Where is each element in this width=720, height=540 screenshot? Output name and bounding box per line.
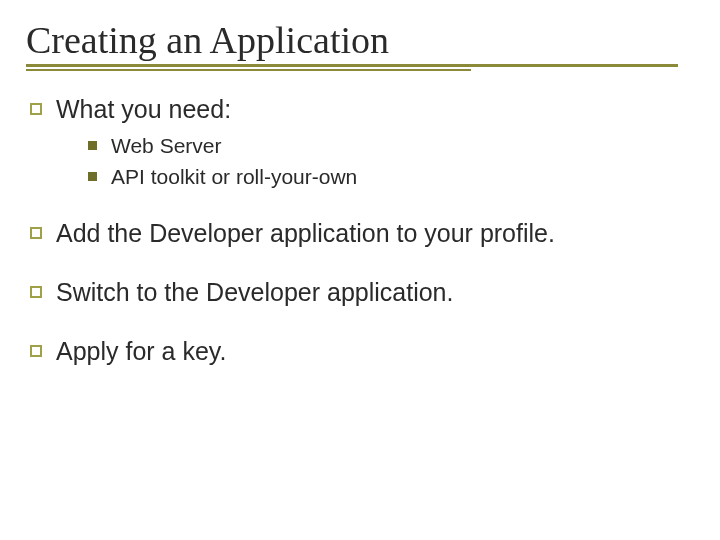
slide: Creating an Application What you need: W… — [0, 0, 720, 368]
bullet-text: What you need: — [56, 94, 231, 125]
page-title: Creating an Application — [26, 18, 694, 62]
list-item: Add the Developer application to your pr… — [30, 218, 694, 249]
list-item: What you need: Web Server API toolkit or… — [30, 94, 694, 190]
bullet-text: Add the Developer application to your pr… — [56, 218, 555, 249]
sub-bullet-text: Web Server — [111, 133, 222, 159]
list-item: Apply for a key. — [30, 336, 694, 367]
sub-list-item: API toolkit or roll-your-own — [88, 164, 694, 190]
content-area: What you need: Web Server API toolkit or… — [26, 94, 694, 368]
title-underline — [26, 64, 694, 70]
list-item: Switch to the Developer application. — [30, 277, 694, 308]
bullet-text: Apply for a key. — [56, 336, 226, 367]
solid-square-icon — [88, 172, 97, 181]
underline-short — [26, 69, 471, 71]
solid-square-icon — [88, 141, 97, 150]
sub-list: Web Server API toolkit or roll-your-own — [88, 133, 694, 190]
hollow-square-icon — [30, 103, 42, 115]
sub-bullet-text: API toolkit or roll-your-own — [111, 164, 357, 190]
sub-list-item: Web Server — [88, 133, 694, 159]
hollow-square-icon — [30, 227, 42, 239]
underline-long — [26, 64, 678, 67]
hollow-square-icon — [30, 345, 42, 357]
hollow-square-icon — [30, 286, 42, 298]
bullet-text: Switch to the Developer application. — [56, 277, 453, 308]
